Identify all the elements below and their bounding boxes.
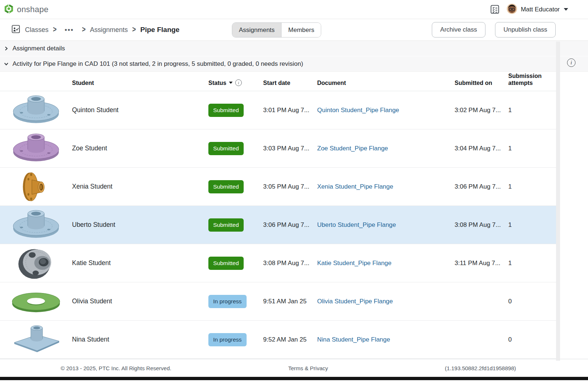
part-thumbnail-blue-plate-flange [0, 322, 72, 357]
header-start-date[interactable]: Start date [263, 79, 317, 91]
breadcrumb: Classes > ••• > Assignments > Pipe Flang… [11, 24, 179, 36]
start-date: 3:08 PM Aug 7... [263, 260, 317, 267]
onshape-logo-icon [4, 4, 14, 15]
document-link[interactable]: Katie Student_Pipe Flange [317, 260, 391, 267]
document-link[interactable]: Xenia Student_Pipe Flange [317, 183, 393, 190]
header-student[interactable]: Student [72, 79, 208, 91]
document-link[interactable]: Quinton Student_Pipe Flange [317, 107, 399, 114]
header-document[interactable]: Document [317, 79, 455, 91]
start-date: 3:01 PM Aug 7... [263, 107, 317, 114]
tab-assignments[interactable]: Assignments [232, 23, 282, 37]
info-icon[interactable]: i [235, 79, 242, 86]
breadcrumb-assignments[interactable]: Assignments [90, 26, 128, 34]
build-version: (1.193.50882.2fd1d1958898) [445, 365, 516, 371]
classes-icon [11, 24, 21, 36]
header-thumbnail-spacer [0, 86, 72, 91]
status-badge: In progress [208, 295, 247, 308]
document-link[interactable]: Nina Student_Pipe Flange [317, 336, 390, 343]
submission-attempts: 0 [508, 336, 556, 343]
submitted-on: 3:11 PM Aug 7... [455, 260, 508, 267]
submitted-on: 3:06 PM Aug 7... [455, 183, 508, 190]
tab-members[interactable]: Members [282, 23, 321, 37]
part-thumbnail-blue-pipe-flange [0, 208, 72, 242]
breadcrumb-classes[interactable]: Classes [25, 26, 49, 34]
header-submitted-on[interactable]: Submitted on [455, 79, 508, 91]
status-badge: Submitted [208, 104, 244, 117]
top-bar: onshape [0, 0, 588, 19]
onshape-classes-page: onshape [0, 0, 588, 382]
student-name: Uberto Student [72, 221, 208, 229]
status-badge: Submitted [208, 142, 244, 155]
assignment-details-toggle[interactable]: Assignment details [0, 41, 588, 56]
status-badge: Submitted [208, 180, 244, 193]
chevron-down-icon [564, 8, 568, 11]
submitted-on: 3:04 PM Aug 7... [455, 145, 508, 152]
unpublish-class-button[interactable]: Unpublish class [495, 22, 556, 38]
status-badge: In progress [208, 333, 247, 346]
footer: © 2013 - 2025, PTC Inc. All Rights Reser… [0, 359, 588, 377]
table-row[interactable]: Olivia Student In progress 9:51 AM Jan 2… [0, 282, 556, 321]
terms-privacy-link[interactable]: Terms & Privacy [288, 365, 328, 371]
status-badge: Submitted [208, 218, 244, 232]
submission-attempts: 1 [508, 183, 556, 190]
header-status[interactable]: Status i [208, 79, 263, 91]
breadcrumb-current-page: Pipe Flange [140, 26, 180, 34]
table-row[interactable]: Zoe Student Submitted 3:03 PM Aug 7... Z… [0, 129, 556, 168]
breadcrumb-overflow-button[interactable]: ••• [65, 26, 74, 34]
table-row[interactable]: Nina Student In progress 9:52 AM Jan 25 … [0, 321, 556, 359]
document-link[interactable]: Olivia Student_Pipe Flange [317, 298, 393, 305]
window-bottom-edge [0, 377, 588, 380]
chevron-right-icon: > [82, 25, 86, 35]
student-name: Zoe Student [72, 144, 208, 152]
submission-attempts: 1 [508, 260, 556, 267]
status-cell: Submitted [208, 257, 263, 270]
start-date: 9:52 AM Jan 25 [263, 336, 317, 343]
brand-name: onshape [17, 5, 49, 14]
chevron-down-icon [4, 61, 9, 67]
status-cell: In progress [208, 295, 263, 308]
vertical-scrollbar[interactable] [556, 42, 560, 361]
topbar-right-group: Matt Educator [490, 3, 568, 16]
activity-summary-label: Activity for Pipe Flange in CAD 101 (3 n… [12, 60, 303, 68]
info-icon[interactable]: i [567, 58, 576, 67]
table-row[interactable]: Katie Student Submitted 3:08 PM Aug 7...… [0, 244, 556, 282]
table-row[interactable]: Quinton Student Submitted 3:01 PM Aug 7.… [0, 91, 556, 129]
chevron-right-icon: > [132, 25, 136, 35]
part-thumbnail-purple-pipe-flange [0, 131, 72, 166]
start-date: 3:05 PM Aug 7... [263, 183, 317, 190]
student-name: Xenia Student [72, 183, 208, 190]
avatar [506, 3, 517, 16]
checklist-icon[interactable] [490, 4, 500, 15]
header-submission-attempts[interactable]: Submission attempts [508, 72, 549, 91]
part-thumbnail-gray-pipe-flange [0, 246, 72, 281]
submission-attempts: 1 [508, 221, 556, 229]
table-row[interactable]: Xenia Student Submitted 3:05 PM Aug 7...… [0, 168, 556, 206]
user-menu-button[interactable]: Matt Educator [506, 3, 568, 16]
student-name: Katie Student [72, 259, 208, 267]
status-cell: Submitted [208, 218, 263, 232]
student-name: Nina Student [72, 336, 208, 343]
status-badge: Submitted [208, 257, 244, 270]
archive-class-button[interactable]: Archive class [432, 22, 485, 38]
class-action-buttons: Archive class Unpublish class [432, 22, 556, 38]
table-row[interactable]: Uberto Student Submitted 3:06 PM Aug 7..… [0, 206, 556, 244]
student-name: Quinton Student [72, 106, 208, 114]
submitted-on: 3:08 PM Aug 7... [455, 221, 508, 229]
status-cell: Submitted [208, 180, 263, 193]
submission-attempts: 1 [508, 107, 556, 114]
part-thumbnail-orange-pipe-flange [0, 169, 72, 204]
start-date: 3:06 PM Aug 7... [263, 221, 317, 229]
table-header-row: Student Status i Start date Document Sub… [0, 72, 556, 91]
activity-toggle[interactable]: Activity for Pipe Flange in CAD 101 (3 n… [0, 56, 588, 72]
onshape-home-link[interactable]: onshape [4, 4, 49, 15]
student-name: Olivia Student [72, 297, 208, 305]
view-switcher: Assignments Members [232, 22, 321, 38]
assignment-details-label: Assignment details [12, 45, 65, 52]
status-cell: Submitted [208, 142, 263, 155]
document-link[interactable]: Zoe Student_Pipe Flange [317, 145, 388, 152]
status-cell: In progress [208, 333, 263, 346]
start-date: 9:51 AM Jan 25 [263, 298, 317, 305]
chevron-right-icon [4, 46, 9, 51]
submission-attempts: 1 [508, 145, 556, 152]
document-link[interactable]: Uberto Student_Pipe Flange [317, 221, 396, 228]
